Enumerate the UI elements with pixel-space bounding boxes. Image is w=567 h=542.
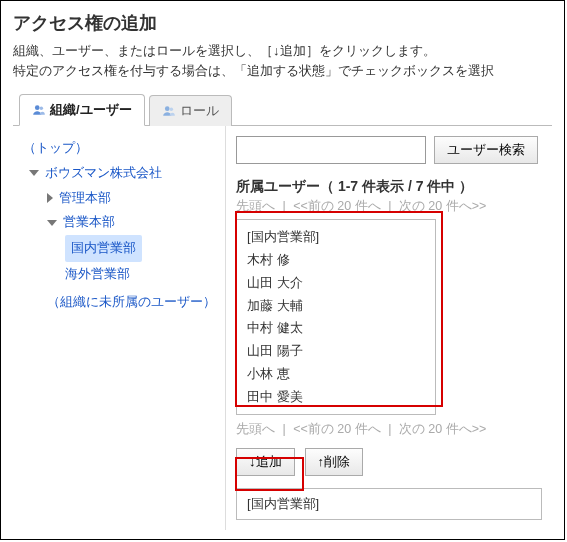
action-row: ↓追加 ↑削除 xyxy=(236,448,552,476)
search-input[interactable] xyxy=(236,136,426,164)
remove-button[interactable]: ↑削除 xyxy=(305,448,364,476)
caret-right-icon xyxy=(47,193,53,203)
org-tree: （トップ） ボウズマン株式会社 管理本部 営業本部 国内営業部 xyxy=(19,136,219,315)
pager-top-first[interactable]: 先頭へ xyxy=(236,199,275,213)
svg-point-1 xyxy=(40,107,44,111)
caret-down-icon xyxy=(29,170,39,176)
userlist-title: 所属ユーザー（ 1-7 件表示 / 7 件中 ） xyxy=(236,178,552,196)
pager-separator: | xyxy=(388,422,391,436)
people-icon xyxy=(32,103,46,117)
tree-sales-hq-label: 営業本部 xyxy=(63,210,115,235)
list-item[interactable]: 田中 愛美 xyxy=(247,386,425,409)
page-description: 組織、ユーザー、またはロールを選択し、［↓追加］をクリックします。 特定のアクセ… xyxy=(13,41,552,81)
tree-overseas-sales[interactable]: 海外営業部 xyxy=(19,262,219,287)
tree-domestic-sales[interactable]: 国内営業部 xyxy=(19,235,219,262)
desc-line-2: 特定のアクセス権を付与する場合は、「追加する状態」でチェックボックスを選択 xyxy=(13,63,494,78)
list-item[interactable]: 木村 修 xyxy=(247,249,425,272)
svg-point-3 xyxy=(169,108,173,112)
user-panel: ユーザー検索 所属ユーザー（ 1-7 件表示 / 7 件中 ） 先頭へ | <<… xyxy=(225,126,552,530)
pager-top-prev[interactable]: <<前の 20 件へ xyxy=(293,199,380,213)
pager-bottom-prev[interactable]: <<前の 20 件へ xyxy=(293,422,380,436)
pager-bottom: 先頭へ | <<前の 20 件へ | 次の 20 件へ>> xyxy=(236,421,552,438)
tree-top-label: （トップ） xyxy=(23,136,88,161)
list-item[interactable]: 中村 健太 xyxy=(247,317,425,340)
selected-box[interactable]: [国内営業部] xyxy=(236,488,542,520)
add-button[interactable]: ↓追加 xyxy=(236,448,295,476)
tree-top[interactable]: （トップ） xyxy=(19,136,219,161)
pager-bottom-next[interactable]: 次の 20 件へ>> xyxy=(399,422,486,436)
page-title: アクセス権の追加 xyxy=(13,11,552,35)
list-item[interactable]: [国内営業部] xyxy=(247,226,425,249)
tab-role-label: ロール xyxy=(180,102,219,120)
caret-down-icon xyxy=(47,220,57,226)
tree-domestic-sales-label: 国内営業部 xyxy=(65,235,142,262)
desc-line-1: 組織、ユーザー、またはロールを選択し、［↓追加］をクリックします。 xyxy=(13,43,436,58)
list-item[interactable]: 山田 陽子 xyxy=(247,340,425,363)
pager-top: 先頭へ | <<前の 20 件へ | 次の 20 件へ>> xyxy=(236,198,552,215)
tab-role[interactable]: ロール xyxy=(149,95,232,126)
people-icon xyxy=(162,104,176,118)
tab-org-user-label: 組織/ユーザー xyxy=(50,101,132,119)
pager-separator: | xyxy=(282,199,285,213)
app-frame: アクセス権の追加 組織、ユーザー、またはロールを選択し、［↓追加］をクリックしま… xyxy=(0,0,565,540)
tree-overseas-sales-label: 海外営業部 xyxy=(65,262,130,287)
user-search-button[interactable]: ユーザー検索 xyxy=(434,136,538,164)
svg-point-0 xyxy=(35,106,40,111)
org-tree-panel: （トップ） ボウズマン株式会社 管理本部 営業本部 国内営業部 xyxy=(13,126,225,530)
svg-point-2 xyxy=(165,107,170,112)
tree-admin-hq-label: 管理本部 xyxy=(59,186,111,211)
tree-company[interactable]: ボウズマン株式会社 xyxy=(19,161,219,186)
list-item[interactable]: 山田 大介 xyxy=(247,272,425,295)
tree-admin-hq[interactable]: 管理本部 xyxy=(19,186,219,211)
pager-separator: | xyxy=(282,422,285,436)
main-body: （トップ） ボウズマン株式会社 管理本部 営業本部 国内営業部 xyxy=(13,126,552,530)
search-row: ユーザー検索 xyxy=(236,136,552,164)
list-item[interactable]: 加藤 大輔 xyxy=(247,295,425,318)
pager-bottom-first[interactable]: 先頭へ xyxy=(236,422,275,436)
selected-item[interactable]: [国内営業部] xyxy=(247,495,531,513)
tree-sales-hq[interactable]: 営業本部 xyxy=(19,210,219,235)
tree-company-label: ボウズマン株式会社 xyxy=(45,161,162,186)
pager-separator: | xyxy=(388,199,391,213)
tree-unassigned-label: （組織に未所属のユーザー） xyxy=(47,290,216,315)
pager-top-next[interactable]: 次の 20 件へ>> xyxy=(399,199,486,213)
tab-org-user[interactable]: 組織/ユーザー xyxy=(19,94,145,126)
user-listbox[interactable]: [国内営業部] 木村 修 山田 大介 加藤 大輔 中村 健太 山田 陽子 小林 … xyxy=(236,219,436,415)
list-item[interactable]: 小林 恵 xyxy=(247,363,425,386)
tree-unassigned[interactable]: （組織に未所属のユーザー） xyxy=(19,290,219,315)
tab-strip: 組織/ユーザー ロール xyxy=(13,93,552,126)
